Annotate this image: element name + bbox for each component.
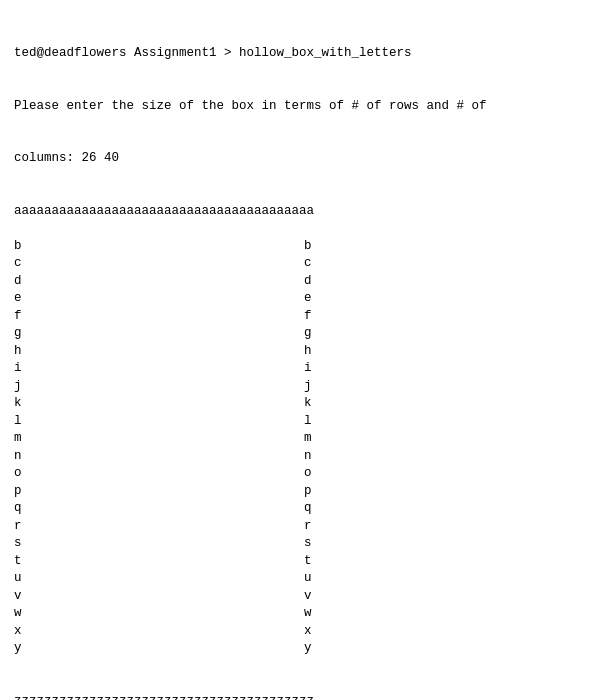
right-letter-i: i: [304, 360, 312, 378]
left-letter-i: i: [14, 360, 44, 378]
top-row: aaaaaaaaaaaaaaaaaaaaaaaaaaaaaaaaaaaaaaaa: [14, 203, 602, 221]
right-letter-s: s: [304, 535, 312, 553]
left-letter-u: u: [14, 570, 44, 588]
prompt-text: Please enter the size of the box in term…: [14, 98, 602, 116]
left-letter-c: c: [14, 255, 44, 273]
left-letter-r: r: [14, 518, 44, 536]
right-letter-x: x: [304, 623, 312, 641]
right-letter-p: p: [304, 483, 312, 501]
letters-block: b c d e f g h i j k l m n o p q r s t u …: [14, 238, 602, 658]
left-letter-p: p: [14, 483, 44, 501]
left-letter-t: t: [14, 553, 44, 571]
right-letter-t: t: [304, 553, 312, 571]
right-letter-h: h: [304, 343, 312, 361]
left-letter-e: e: [14, 290, 44, 308]
right-letter-u: u: [304, 570, 312, 588]
right-letter-y: y: [304, 640, 312, 658]
right-letters-col: b c d e f g h i j k l m n o p q r s t u …: [304, 238, 312, 658]
left-letter-s: s: [14, 535, 44, 553]
left-letter-b: b: [14, 238, 44, 256]
right-letter-k: k: [304, 395, 312, 413]
left-letter-y: y: [14, 640, 44, 658]
left-letter-k: k: [14, 395, 44, 413]
right-letter-g: g: [304, 325, 312, 343]
left-letter-q: q: [14, 500, 44, 518]
right-letter-j: j: [304, 378, 312, 396]
right-letter-d: d: [304, 273, 312, 291]
right-letter-v: v: [304, 588, 312, 606]
left-letter-f: f: [14, 308, 44, 326]
columns-line: columns: 26 40: [14, 150, 602, 168]
left-letter-o: o: [14, 465, 44, 483]
right-letter-w: w: [304, 605, 312, 623]
right-letter-q: q: [304, 500, 312, 518]
right-letter-b: b: [304, 238, 312, 256]
prompt-line-1: ted@deadflowers Assignment1 > hollow_box…: [14, 45, 602, 63]
right-letter-e: e: [304, 290, 312, 308]
right-letter-f: f: [304, 308, 312, 326]
left-letter-j: j: [14, 378, 44, 396]
left-letter-h: h: [14, 343, 44, 361]
right-letter-o: o: [304, 465, 312, 483]
right-letter-n: n: [304, 448, 312, 466]
left-letter-v: v: [14, 588, 44, 606]
left-letter-x: x: [14, 623, 44, 641]
bottom-row: zzzzzzzzzzzzzzzzzzzzzzzzzzzzzzzzzzzzzzzz: [14, 693, 602, 701]
terminal-block: ted@deadflowers Assignment1 > hollow_box…: [14, 10, 602, 238]
right-letter-m: m: [304, 430, 312, 448]
bottom-terminal: zzzzzzzzzzzzzzzzzzzzzzzzzzzzzzzzzzzzzzzz…: [14, 658, 602, 701]
left-letter-n: n: [14, 448, 44, 466]
right-letter-l: l: [304, 413, 312, 431]
left-letter-g: g: [14, 325, 44, 343]
left-letter-d: d: [14, 273, 44, 291]
left-letters-col: b c d e f g h i j k l m n o p q r s t u …: [14, 238, 44, 658]
right-letter-r: r: [304, 518, 312, 536]
right-letter-c: c: [304, 255, 312, 273]
left-letter-w: w: [14, 605, 44, 623]
left-letter-m: m: [14, 430, 44, 448]
left-letter-l: l: [14, 413, 44, 431]
